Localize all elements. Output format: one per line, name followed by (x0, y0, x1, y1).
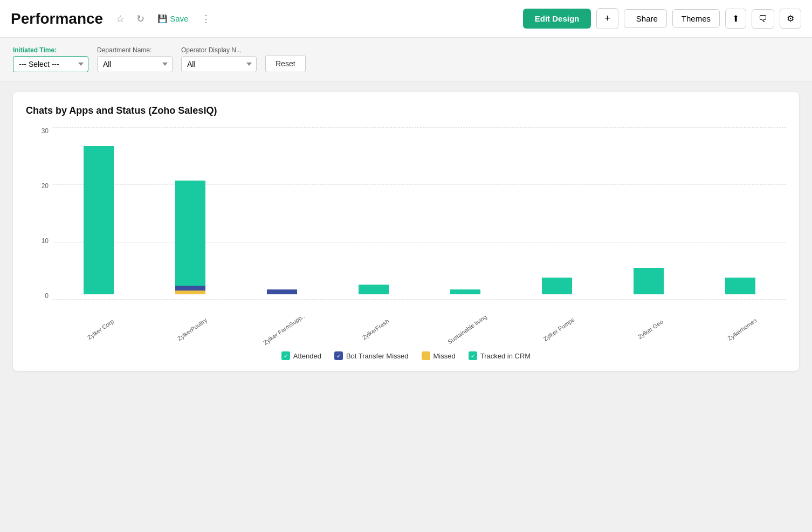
legend-label: Tracked in CRM (480, 352, 531, 360)
legend-item: ✓Tracked in CRM (469, 351, 531, 360)
add-button[interactable]: + (596, 8, 618, 29)
save-button[interactable]: 💾 Save (153, 12, 192, 26)
bar-group: ZylkerPoultry (144, 127, 236, 294)
comments-button[interactable]: 🗨 (752, 9, 774, 29)
bar-stack (450, 289, 480, 294)
filter-bar: Initiated Time: --- Select --- Departmen… (0, 38, 812, 81)
bar-group: Zylkerhomes (694, 127, 786, 294)
bar-attended (175, 181, 205, 286)
x-axis-label: Sustainable living (446, 313, 488, 345)
bar-stack (725, 278, 755, 294)
bar-attended (359, 285, 389, 294)
x-axis-label: Zylkerhomes (726, 317, 758, 342)
x-axis-label: ZylkerPoultry (176, 317, 208, 342)
bar-attended (725, 278, 755, 294)
initiated-time-filter: Initiated Time: --- Select --- (13, 46, 88, 72)
bar-group: Zylker Corp (53, 127, 144, 294)
comment-icon: 🗨 (759, 14, 767, 24)
initiated-time-select[interactable]: --- Select --- (13, 56, 88, 72)
bar-group: Zylker FarmSupp.. (236, 127, 328, 294)
themes-button[interactable]: Themes (672, 9, 720, 28)
refresh-button[interactable]: ↻ (133, 11, 148, 27)
department-name-filter: Department Name: All (97, 46, 173, 72)
bar-group: Zylker Pumps (511, 127, 603, 294)
operator-display-select[interactable]: All (181, 56, 257, 72)
grid-line-bottom (53, 299, 786, 300)
y-axis: 30 20 10 0 (26, 127, 53, 300)
department-name-select[interactable]: All (97, 56, 173, 72)
edit-design-button[interactable]: Edit Design (523, 9, 591, 29)
reset-button[interactable]: Reset (265, 55, 306, 72)
bar-stack (542, 278, 572, 294)
bar-group: Zylker Geo (603, 127, 694, 294)
legend-color-box: ✓ (469, 351, 477, 360)
legend-label: Missed (433, 352, 456, 360)
main-content: Chats by Apps and Status (Zoho SalesIQ) … (0, 81, 812, 382)
x-axis-label: Zylker Geo (637, 319, 664, 341)
legend-color-box: ✓ (281, 351, 290, 360)
bar-attended (450, 289, 480, 294)
legend-color-box: ✓ (334, 351, 343, 360)
bar-stack (267, 289, 297, 294)
chart-container: 30 20 10 0 Zylker CorpZylkerPoultryZylke… (26, 127, 786, 343)
bar-group: ZylkerFresh (328, 127, 419, 294)
chart-card: Chats by Apps and Status (Zoho SalesIQ) … (13, 92, 799, 371)
bar-attended (84, 146, 114, 294)
legend-label: Bot Transfer Missed (346, 352, 409, 360)
bar-bot-transfer-missed (175, 286, 205, 291)
plus-icon: + (604, 13, 610, 24)
legend-color-box (422, 351, 430, 360)
export-button[interactable]: ⬆ (725, 9, 746, 29)
export-icon: ⬆ (732, 13, 739, 24)
more-options-button[interactable]: ⋮ (198, 11, 214, 27)
y-label-0: 0 (45, 292, 49, 300)
x-axis-label: ZylkerFresh (361, 317, 390, 341)
bar-stack (359, 285, 389, 294)
chart-title: Chats by Apps and Status (Zoho SalesIQ) (26, 105, 786, 116)
bar-bot-transfer-missed (267, 289, 297, 294)
legend-label: Attended (293, 352, 321, 360)
save-icon: 💾 (157, 14, 168, 24)
y-label-30: 30 (42, 127, 49, 135)
legend-item: ✓Attended (281, 351, 321, 360)
x-axis-label: Zylker Corp (86, 318, 115, 341)
legend: ✓Attended✓Bot Transfer MissedMissed✓Trac… (26, 351, 786, 360)
bar-stack (634, 268, 664, 294)
bar-attended (542, 278, 572, 294)
bars-area: Zylker CorpZylkerPoultryZylker FarmSupp.… (53, 127, 786, 294)
gear-icon: ⚙ (787, 13, 794, 24)
bar-stack (84, 146, 114, 294)
legend-item: ✓Bot Transfer Missed (334, 351, 409, 360)
operator-display-filter: Operator Display N... All (181, 46, 257, 72)
legend-item: Missed (422, 351, 456, 360)
x-axis-label: Zylker Pumps (542, 316, 575, 342)
favorite-button[interactable]: ☆ (113, 11, 128, 27)
settings-button[interactable]: ⚙ (780, 9, 801, 29)
initiated-time-label: Initiated Time: (13, 46, 88, 54)
bar-attended (634, 268, 664, 294)
header: Performance ☆ ↻ 💾 Save ⋮ Edit Design + S… (0, 0, 812, 38)
bar-missed (175, 291, 205, 294)
operator-display-label: Operator Display N... (181, 46, 257, 54)
y-label-10: 10 (42, 237, 49, 245)
department-name-label: Department Name: (97, 46, 173, 54)
y-label-20: 20 (42, 182, 49, 190)
bar-group: Sustainable living (419, 127, 511, 294)
x-axis-label: Zylker FarmSupp.. (262, 313, 306, 346)
page-title: Performance (11, 10, 103, 27)
bar-stack (175, 181, 205, 294)
share-button[interactable]: Share (624, 9, 667, 28)
